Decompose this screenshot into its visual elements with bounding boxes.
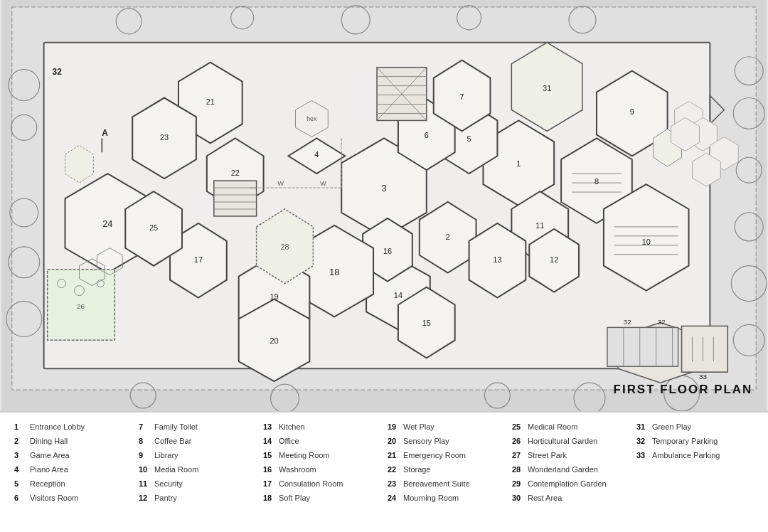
legend-item: 10Media Room — [139, 464, 256, 476]
legend-item: 7Family Toilet — [139, 421, 256, 433]
legend-label: Washroom — [279, 464, 316, 476]
legend-item: 33Ambulance Parking — [636, 449, 754, 462]
legend-label: Horticultural Garden — [528, 435, 597, 447]
legend-item: 5Reception — [14, 478, 132, 490]
legend-num: 18 — [263, 492, 276, 504]
legend-label: Wonderland Garden — [528, 464, 598, 476]
legend-num: 30 — [512, 492, 525, 504]
legend-num: 28 — [512, 464, 525, 476]
legend-num: 26 — [512, 435, 525, 447]
legend-num: 11 — [139, 478, 151, 490]
legend-num: 33 — [636, 449, 649, 462]
legend-label: Storage — [403, 464, 431, 476]
svg-text:A: A — [102, 128, 108, 138]
legend-num: 22 — [388, 464, 400, 476]
svg-text:23: 23 — [160, 133, 169, 142]
legend-num: 32 — [636, 435, 649, 447]
svg-text:32: 32 — [658, 318, 666, 326]
legend-item: 9Library — [139, 449, 256, 462]
legend-num: 17 — [263, 478, 276, 490]
legend-num: 19 — [388, 421, 400, 433]
svg-text:W: W — [320, 180, 326, 187]
legend-label: Office — [279, 435, 299, 447]
legend-num: 31 — [636, 421, 649, 433]
legend-num: 8 — [139, 435, 151, 447]
legend-label: Family Toilet — [154, 421, 198, 433]
svg-text:2: 2 — [446, 233, 450, 241]
legend-label: Medical Room — [528, 421, 577, 433]
legend-num: 5 — [14, 478, 27, 490]
svg-rect-103 — [682, 326, 728, 372]
svg-text:10: 10 — [642, 238, 651, 246]
svg-text:32: 32 — [624, 318, 632, 326]
svg-text:22: 22 — [231, 169, 240, 177]
svg-text:24: 24 — [102, 218, 112, 229]
svg-text:4: 4 — [314, 150, 319, 159]
legend-label: Media Room — [154, 464, 198, 476]
legend-item: 21Emergency Room — [388, 449, 505, 462]
legend: 1Entrance Lobby2Dining Hall3Game Area4Pi… — [0, 413, 768, 532]
svg-text:26: 26 — [77, 302, 85, 309]
legend-num: 29 — [512, 478, 525, 490]
legend-item: 30Rest Area — [512, 492, 629, 504]
legend-num: 16 — [263, 464, 276, 476]
legend-label: Library — [154, 449, 178, 462]
legend-item: 3Game Area — [14, 449, 132, 462]
legend-label: Game Area — [30, 449, 70, 462]
svg-text:25: 25 — [149, 223, 158, 232]
svg-text:11: 11 — [535, 221, 544, 230]
legend-item: 1Entrance Lobby — [14, 421, 132, 433]
legend-num: 21 — [388, 449, 400, 462]
legend-label: Mourning Room — [403, 492, 459, 504]
svg-text:8: 8 — [594, 177, 599, 186]
svg-text:16: 16 — [383, 247, 392, 255]
legend-item: 2Dining Hall — [14, 435, 132, 447]
legend-num: 6 — [14, 492, 27, 504]
legend-item: 16Washroom — [263, 464, 380, 476]
legend-item: 23Bereavement Suite — [388, 478, 505, 490]
legend-num: 24 — [388, 492, 400, 504]
legend-label: Ambulance Parking — [652, 449, 720, 462]
legend-item: 8Coffee Bar — [139, 435, 256, 447]
legend-label: Contemplation Garden — [528, 478, 607, 490]
legend-item: 18Soft Play — [263, 492, 380, 504]
legend-num: 10 — [139, 464, 151, 476]
legend-item: 22Storage — [388, 464, 505, 476]
legend-num: 12 — [139, 492, 151, 504]
legend-num: 1 — [14, 421, 27, 433]
legend-label: Soft Play — [279, 492, 310, 504]
legend-item: 31Green Play — [636, 421, 754, 433]
legend-label: Sensory Play — [403, 435, 449, 447]
svg-rect-130 — [607, 327, 678, 366]
svg-text:33: 33 — [699, 373, 708, 381]
legend-label: Emergency Room — [403, 449, 466, 462]
legend-label: Coffee Bar — [154, 435, 191, 447]
legend-item: 17Consulation Room — [263, 478, 380, 490]
legend-label: Street Park — [528, 449, 567, 462]
legend-num: 2 — [14, 435, 27, 447]
legend-item: 20Sensory Play — [388, 435, 505, 447]
legend-num: 23 — [388, 478, 400, 490]
legend-label: Wet Play — [403, 421, 434, 433]
svg-text:hex: hex — [306, 115, 317, 122]
svg-text:21: 21 — [206, 97, 215, 106]
legend-item: 11Security — [139, 478, 256, 490]
legend-num: 20 — [388, 435, 400, 447]
legend-num: 9 — [139, 449, 151, 462]
legend-num: 25 — [512, 421, 525, 433]
legend-grid: 1Entrance Lobby2Dining Hall3Game Area4Pi… — [14, 421, 754, 504]
svg-text:17: 17 — [194, 255, 203, 264]
legend-item: 19Wet Play — [388, 421, 505, 433]
svg-text:28: 28 — [280, 243, 289, 251]
svg-text:32: 32 — [53, 67, 63, 77]
legend-num: 13 — [263, 421, 276, 433]
svg-text:14: 14 — [394, 291, 402, 299]
svg-text:12: 12 — [550, 255, 558, 264]
legend-label: Pantry — [154, 492, 177, 504]
legend-label: Rest Area — [528, 492, 562, 504]
legend-item: 6Visitors Room — [14, 492, 132, 504]
legend-item: 27Street Park — [512, 449, 629, 462]
svg-text:3: 3 — [381, 183, 386, 193]
svg-text:13: 13 — [493, 255, 501, 264]
legend-label: Consulation Room — [279, 478, 343, 490]
